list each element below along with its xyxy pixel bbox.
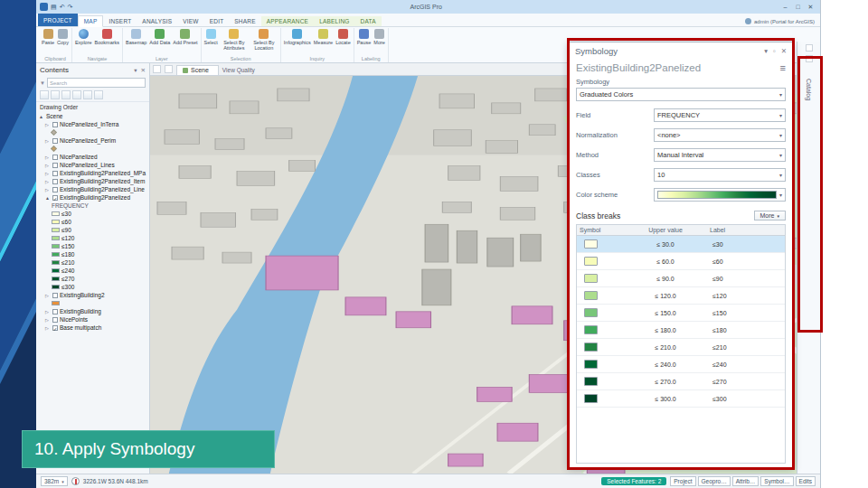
ribbon-button-select-by-attributes[interactable]: Select By Attributes <box>221 29 248 51</box>
ribbon-tab-labeling[interactable]: LABELING <box>314 16 354 26</box>
class-symbol-swatch[interactable] <box>584 291 598 300</box>
expander-icon[interactable]: ▷ <box>45 163 51 168</box>
tab-scene[interactable]: Scene <box>176 65 219 75</box>
symbol-swatch[interactable] <box>52 252 60 257</box>
select-method[interactable]: Manual Interval▾ <box>654 148 786 162</box>
ribbon-button-measure[interactable]: Measure <box>314 29 333 45</box>
class-symbol-swatch[interactable] <box>584 325 598 334</box>
expander-icon[interactable]: ▷ <box>45 317 51 323</box>
layer-item-nicepoints[interactable]: ▷NicePoints <box>36 315 149 324</box>
statusbar-button-attrib[interactable]: Attrib… <box>732 476 760 486</box>
layer-item-nicepanelized[interactable]: ▷NicePanelized <box>36 153 149 161</box>
expander-icon[interactable]: ▷ <box>45 171 51 176</box>
primary-symbology-select[interactable]: Graduated Colors ▾ <box>576 88 786 101</box>
class-break-row[interactable]: ≤ 60.0≤60 <box>577 253 785 270</box>
layer-item-nicepanelized-perim[interactable]: ▷NicePanelized_Perim <box>36 136 149 145</box>
class-break-row[interactable]: ≤ 120.0≤120 <box>577 287 785 305</box>
color-scheme-select[interactable]: ▾ <box>654 188 786 202</box>
ribbon-button-infographics[interactable]: Infographics <box>284 29 311 45</box>
ribbon-button-bookmarks[interactable]: Bookmarks <box>95 29 120 45</box>
symbol-swatch[interactable] <box>52 220 60 224</box>
expander-icon[interactable]: ▷ <box>45 122 51 127</box>
ribbon-button-locate[interactable]: Locate <box>335 29 351 45</box>
ribbon-button-basemap[interactable]: Basemap <box>126 29 146 45</box>
expander-icon[interactable]: ▷ <box>45 309 51 314</box>
class-symbol-swatch[interactable] <box>584 360 598 369</box>
layer-item-existingbuilding2panelized-mpa[interactable]: ▷ExistingBuilding2Panelized_MPa <box>36 169 149 177</box>
class-break-row[interactable]: ≤ 300.0≤300 <box>577 390 785 408</box>
class-break-row[interactable]: ≤ 240.0≤240 <box>577 356 785 373</box>
symbol-swatch[interactable] <box>52 244 60 249</box>
minimize-button[interactable]: – <box>779 2 791 12</box>
ribbon-tab-appearance[interactable]: APPEARANCE <box>261 16 314 26</box>
ribbon-button-more[interactable]: More <box>373 29 385 45</box>
select-classes[interactable]: 10▾ <box>654 168 786 182</box>
redo-icon[interactable]: ↷ <box>68 3 73 11</box>
layer-item-nicepanelized-interra[interactable]: ▷NicePanelized_InTerra <box>36 120 149 128</box>
statusbar-button-edits[interactable]: Edits <box>796 476 816 486</box>
tree-group-scene[interactable]: ▲Scene <box>36 112 149 120</box>
layer-checkbox[interactable] <box>52 179 58 184</box>
list-by-data-source-icon[interactable] <box>51 90 60 99</box>
layer-checkbox[interactable] <box>52 317 58 323</box>
ribbon-tab-insert[interactable]: INSERT <box>103 16 137 26</box>
layer-checkbox[interactable] <box>52 163 58 168</box>
ribbon-tab-edit[interactable]: EDIT <box>204 16 230 26</box>
docked-pane-tab-label[interactable]: Catalog <box>806 79 812 100</box>
expander-icon[interactable]: ▷ <box>45 155 51 160</box>
class-break-row[interactable]: ≤ 90.0≤90 <box>577 270 785 287</box>
ribbon-button-paste[interactable]: Paste <box>42 29 54 45</box>
expander-icon[interactable]: ▷ <box>45 325 51 331</box>
expander-icon[interactable]: ▷ <box>45 187 51 192</box>
ribbon-tab-share[interactable]: SHARE <box>229 16 260 26</box>
list-by-selection-icon[interactable] <box>61 90 71 99</box>
class-break-row[interactable]: ≤ 210.0≤210 <box>577 339 785 356</box>
view-quality-label[interactable]: View Quality <box>222 67 255 75</box>
layer-checkbox[interactable] <box>52 187 58 192</box>
more-button[interactable]: More ▾ <box>754 211 786 221</box>
selected-features-chip[interactable]: Selected Features: 2 <box>601 477 666 485</box>
statusbar-button-geopro[interactable]: Geopro… <box>698 476 731 486</box>
ribbon-button-explore[interactable]: Explore <box>75 29 92 45</box>
expander-icon[interactable]: ▲ <box>45 195 51 201</box>
pane-menu-icon[interactable]: ▾ <box>764 47 768 55</box>
symbol-swatch[interactable] <box>52 285 60 289</box>
class-break-row[interactable]: ≤ 30.0≤30 <box>577 236 785 253</box>
symbol-swatch[interactable] <box>52 260 60 265</box>
expander-icon[interactable]: ▷ <box>45 293 51 298</box>
class-symbol-swatch[interactable] <box>584 308 598 317</box>
class-break-row[interactable]: ≤ 180.0≤180 <box>577 322 785 339</box>
symbol-swatch[interactable] <box>51 129 57 136</box>
list-by-labeling-icon[interactable] <box>94 90 103 99</box>
pane-menu-icon[interactable]: ▾ <box>134 67 137 74</box>
expander-icon[interactable]: ▷ <box>45 179 51 184</box>
symbol-swatch[interactable] <box>52 211 60 216</box>
list-by-drawing-order-icon[interactable] <box>40 90 49 99</box>
class-break-row[interactable]: ≤ 270.0≤270 <box>577 373 785 390</box>
compass-icon[interactable] <box>71 477 80 485</box>
class-symbol-swatch[interactable] <box>584 394 598 403</box>
layer-checkbox[interactable] <box>52 155 58 160</box>
layer-checkbox[interactable] <box>52 309 58 314</box>
pane-dock-icon[interactable] <box>806 44 813 52</box>
symbol-swatch[interactable] <box>51 145 57 152</box>
ribbon-button-copy[interactable]: Copy <box>57 29 69 45</box>
class-symbol-swatch[interactable] <box>584 274 598 283</box>
layer-item-existingbuilding2panelized-item[interactable]: ▷ExistingBuilding2Panelized_Item <box>36 177 149 185</box>
expander-icon[interactable]: ▷ <box>45 138 51 144</box>
class-symbol-swatch[interactable] <box>584 257 598 266</box>
layer-checkbox[interactable] <box>52 171 58 176</box>
close-icon[interactable]: ✕ <box>141 67 146 74</box>
filter-icon[interactable]: ▼ <box>40 80 45 86</box>
class-symbol-swatch[interactable] <box>584 239 598 249</box>
pane-dock-icon[interactable] <box>806 55 813 62</box>
layer-checkbox[interactable] <box>52 293 58 298</box>
menu-icon[interactable]: ≡ <box>780 62 786 73</box>
statusbar-button-symbol[interactable]: Symbol… <box>760 476 793 486</box>
class-symbol-swatch[interactable] <box>584 343 598 352</box>
undo-icon[interactable]: ↶ <box>60 3 65 11</box>
symbol-swatch[interactable] <box>52 301 60 305</box>
layer-item-existingbuilding[interactable]: ▷ExistingBuilding <box>36 307 149 315</box>
ribbon-button-add-preset[interactable]: Add Preset <box>173 29 197 45</box>
select-field[interactable]: FREQUENCY▾ <box>654 108 786 122</box>
